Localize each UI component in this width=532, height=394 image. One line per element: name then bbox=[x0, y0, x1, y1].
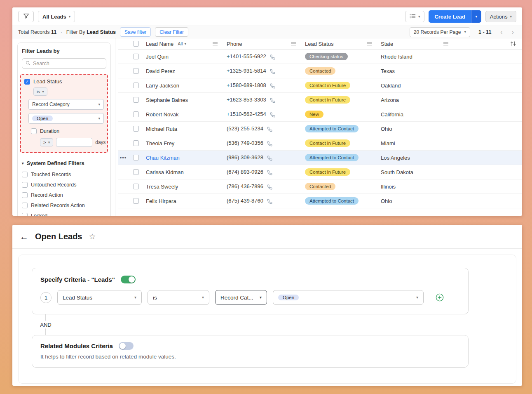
duration-value-input[interactable] bbox=[56, 138, 92, 147]
row-checkbox[interactable] bbox=[133, 83, 139, 88]
row-actions-dots[interactable]: ••• bbox=[118, 155, 129, 161]
column-menu-icon[interactable] bbox=[291, 42, 296, 46]
row-checkbox[interactable] bbox=[133, 68, 139, 74]
lead-name-link[interactable]: Joel Quin bbox=[146, 54, 169, 60]
operator-select[interactable]: is ▾ bbox=[33, 87, 47, 96]
checkbox[interactable] bbox=[22, 192, 28, 198]
column-menu-icon[interactable] bbox=[443, 42, 448, 46]
criteria-toggle[interactable] bbox=[121, 276, 136, 283]
table-row[interactable]: Stephanie Baines+1623-853-3303Contact in… bbox=[118, 93, 522, 107]
phone-icon[interactable] bbox=[270, 112, 275, 118]
lead-name-link[interactable]: Robert Novak bbox=[146, 111, 178, 118]
manage-columns-icon[interactable] bbox=[510, 41, 516, 47]
column-state[interactable]: State bbox=[381, 41, 393, 47]
lead-name-link[interactable]: Carissa Kidman bbox=[146, 169, 184, 175]
sidebar-search-box[interactable] bbox=[22, 58, 106, 69]
category-value-select[interactable]: Open ▾ bbox=[28, 113, 104, 124]
table-row[interactable]: Tresa Sweely(786) 436-7896ContactedIllin… bbox=[118, 179, 522, 194]
system-filter-item[interactable]: Touched Records bbox=[22, 172, 106, 177]
lead-status-filter-row[interactable]: ✓ Lead Status bbox=[24, 78, 104, 85]
phone-icon[interactable] bbox=[270, 83, 275, 89]
column-menu-icon[interactable] bbox=[367, 42, 372, 46]
row-checkbox[interactable] bbox=[133, 97, 139, 103]
checkbox[interactable] bbox=[22, 172, 28, 177]
duration-filter-row[interactable]: Duration bbox=[31, 128, 104, 134]
row-checkbox[interactable] bbox=[133, 198, 139, 204]
table-row[interactable]: David Perez+1325-931-5814ContactedTexas bbox=[118, 64, 522, 78]
create-lead-dropdown[interactable]: ▾ bbox=[471, 10, 481, 23]
back-arrow-icon[interactable]: ← bbox=[20, 232, 28, 241]
lead-name-link[interactable]: Felix Hirpara bbox=[146, 198, 176, 204]
lead-name-link[interactable]: Larry Jackson bbox=[146, 83, 179, 89]
lead-name-link[interactable]: Tresa Sweely bbox=[146, 184, 178, 190]
table-row[interactable]: Larry Jackson+1580-689-1808Contact in Fu… bbox=[118, 78, 522, 93]
records-per-page-select[interactable]: 20 Records Per Page ▾ bbox=[410, 27, 470, 37]
phone-icon[interactable] bbox=[267, 170, 272, 175]
table-row[interactable]: Michael Ruta(523) 255-5234Attempted to C… bbox=[118, 122, 522, 136]
duration-checkbox[interactable] bbox=[31, 128, 37, 134]
row-checkbox[interactable] bbox=[133, 169, 139, 175]
row-checkbox[interactable] bbox=[133, 126, 139, 132]
record-category-select[interactable]: Record Category ▾ bbox=[28, 99, 104, 110]
table-row[interactable]: Theola Frey(536) 749-0356Contact in Futu… bbox=[118, 136, 522, 151]
create-lead-button[interactable]: Create Lead bbox=[429, 10, 471, 23]
view-selector[interactable]: All Leads ▾ bbox=[38, 11, 75, 22]
clear-filter-button[interactable]: Clear Filter bbox=[155, 27, 188, 37]
duration-operator-select[interactable]: > ▾ bbox=[40, 138, 53, 146]
checkbox[interactable] bbox=[22, 203, 28, 208]
add-criteria-icon[interactable] bbox=[435, 293, 444, 302]
lead-name-link[interactable]: David Perez bbox=[146, 68, 175, 74]
filter-toggle-button[interactable] bbox=[18, 11, 34, 22]
lead-name-link[interactable]: Theola Frey bbox=[146, 140, 174, 146]
phone-icon[interactable] bbox=[270, 54, 275, 60]
lead-name-link[interactable]: Michael Ruta bbox=[146, 126, 177, 132]
related-toggle[interactable] bbox=[119, 342, 134, 350]
lead-name-filter-dropdown[interactable]: All ▾ bbox=[178, 41, 186, 46]
lead-name-link[interactable]: Stephanie Baines bbox=[146, 97, 188, 103]
value-select[interactable]: Open ▾ bbox=[273, 290, 424, 305]
row-checkbox[interactable] bbox=[133, 111, 139, 117]
row-checkbox[interactable] bbox=[133, 140, 139, 146]
phone-icon[interactable] bbox=[267, 127, 272, 132]
table-row[interactable]: Felix Hirpara(675) 439-8760Attempted to … bbox=[118, 194, 522, 208]
lead-status-filter-label: Lead Status bbox=[33, 78, 62, 85]
system-filter-item[interactable]: Untouched Records bbox=[22, 182, 106, 188]
column-lead-name[interactable]: Lead Name bbox=[146, 41, 173, 47]
column-lead-status[interactable]: Lead Status bbox=[305, 41, 333, 47]
column-menu-icon[interactable] bbox=[213, 42, 218, 46]
system-filter-item[interactable]: Locked bbox=[22, 213, 106, 216]
list-style-button[interactable]: ▾ bbox=[405, 11, 425, 22]
phone-icon[interactable] bbox=[270, 69, 275, 74]
actions-button[interactable]: Actions ▾ bbox=[485, 11, 516, 22]
system-filter-item[interactable]: Record Action bbox=[22, 192, 106, 198]
lead-name-link[interactable]: Chau Kitzman bbox=[146, 155, 180, 161]
row-checkbox[interactable] bbox=[133, 54, 139, 59]
prev-page-button[interactable]: ‹ bbox=[498, 28, 505, 36]
lead-status-checkbox[interactable]: ✓ bbox=[24, 79, 30, 85]
phone-icon[interactable] bbox=[267, 184, 272, 190]
select-all-checkbox[interactable] bbox=[133, 41, 139, 47]
favorite-star-icon[interactable]: ☆ bbox=[89, 233, 96, 241]
save-filter-button[interactable]: Save filter bbox=[120, 27, 151, 37]
row-checkbox[interactable] bbox=[133, 184, 139, 189]
checkbox[interactable] bbox=[22, 213, 28, 216]
next-page-button[interactable]: › bbox=[509, 28, 516, 36]
table-row[interactable]: Joel Quin+1401-555-6922Checking statusRh… bbox=[118, 50, 522, 64]
checkbox[interactable] bbox=[22, 182, 28, 188]
system-filters-header[interactable]: ▾ System Defined Filters bbox=[22, 160, 106, 166]
phone-icon[interactable] bbox=[270, 98, 275, 103]
table-row[interactable]: Robert Novak+1510-562-4254NewCalifornia bbox=[118, 107, 522, 122]
phone-icon[interactable] bbox=[267, 156, 272, 161]
phone-icon[interactable] bbox=[267, 141, 272, 146]
operator-select[interactable]: is ▾ bbox=[148, 290, 209, 305]
row-checkbox[interactable] bbox=[133, 155, 139, 160]
search-input[interactable] bbox=[33, 61, 103, 66]
phone-icon[interactable] bbox=[267, 199, 272, 204]
chevron-down-icon: ▾ bbox=[260, 295, 262, 300]
table-row[interactable]: •••Chau Kitzman(986) 309-3628Attempted t… bbox=[118, 151, 522, 165]
record-category-select[interactable]: Record Cat... ▾ bbox=[215, 290, 267, 305]
table-row[interactable]: Carissa Kidman(674) 893-0926Contact in F… bbox=[118, 165, 522, 179]
system-filter-item[interactable]: Related Records Action bbox=[22, 203, 106, 208]
field-select[interactable]: Lead Status ▾ bbox=[57, 290, 142, 305]
column-phone[interactable]: Phone bbox=[227, 41, 242, 47]
